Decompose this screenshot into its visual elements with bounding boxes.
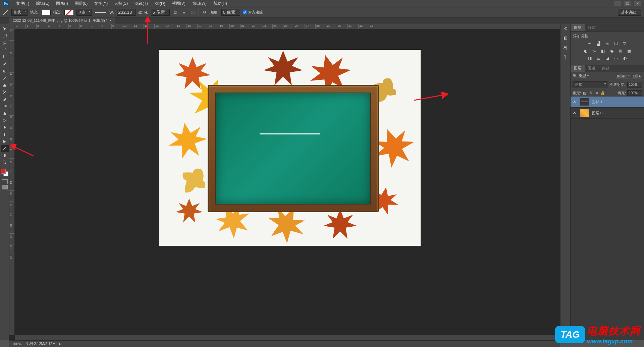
filter-shape-icon[interactable]: ▢ — [632, 74, 637, 78]
tab-paths[interactable]: 路径 — [599, 65, 613, 72]
color-swatches[interactable] — [1, 169, 9, 177]
tab-layers[interactable]: 图层 — [571, 65, 585, 72]
layer-item-shape1[interactable]: 👁 形状 1 — [571, 97, 644, 108]
tab-adjustments[interactable]: 调整 — [571, 24, 585, 31]
menu-layer[interactable]: 图层(L) — [71, 1, 91, 6]
close-button[interactable]: ✕ — [634, 1, 641, 6]
color-lookup-icon[interactable]: ▦ — [626, 48, 633, 54]
menu-image[interactable]: 图像(I) — [53, 1, 71, 6]
document-canvas[interactable] — [159, 50, 421, 246]
filter-adjust-icon[interactable]: ◐ — [621, 74, 626, 78]
layer-item-layer0[interactable]: 👁 图层 0 — [571, 108, 644, 119]
menu-edit[interactable]: 编辑(E) — [33, 1, 53, 6]
width-input[interactable] — [117, 9, 136, 16]
channel-mixer-icon[interactable]: ⊞ — [617, 48, 624, 54]
filter-pixel-icon[interactable]: ▧ — [616, 74, 621, 78]
lock-transparency-icon[interactable]: ▨ — [582, 91, 587, 96]
pen-tool[interactable] — [1, 124, 9, 131]
eyedropper-tool[interactable] — [1, 61, 9, 67]
curves-icon[interactable]: ∿ — [604, 41, 611, 47]
arrange-icon[interactable]: ⬚ — [190, 9, 196, 15]
lasso-tool[interactable] — [1, 40, 9, 46]
gradient-map-icon[interactable]: ▭ — [613, 55, 620, 61]
align-icon[interactable]: ≡ — [181, 9, 187, 15]
canvas-viewport[interactable] — [15, 30, 565, 334]
stroke-style-icon[interactable] — [95, 10, 107, 15]
menu-3d[interactable]: 3D(D) — [151, 1, 169, 6]
link-wh-icon[interactable]: ⛓ — [138, 10, 142, 14]
ruler-origin[interactable] — [9, 24, 15, 30]
drawn-shape-line[interactable] — [260, 133, 320, 134]
path-select-tool[interactable] — [1, 138, 9, 145]
healing-tool[interactable] — [1, 68, 9, 74]
menu-filter[interactable]: 滤镜(T) — [131, 1, 151, 6]
color-balance-icon[interactable]: ⚖ — [591, 48, 598, 54]
paragraph-panel-icon[interactable]: ¶ — [562, 54, 569, 60]
invert-icon[interactable]: ◨ — [587, 55, 593, 61]
lock-pixels-icon[interactable]: ✎ — [588, 91, 593, 96]
stroke-width-select[interactable]: 3 点 — [76, 9, 92, 16]
path-ops-icon[interactable]: ◻ — [172, 9, 178, 15]
layer-name[interactable]: 形状 1 — [592, 100, 602, 105]
horizontal-ruler[interactable]: 0123456789101112131415161718192021222324… — [15, 24, 565, 30]
menu-select[interactable]: 选择(S) — [111, 1, 131, 6]
height-input[interactable] — [151, 9, 170, 16]
move-tool[interactable] — [1, 25, 9, 32]
document-tab[interactable]: 2022-12-08_111449_副本.png @ 100% (形状 1, R… — [9, 17, 115, 24]
filter-smart-icon[interactable]: ◈ — [637, 74, 642, 78]
weight-input[interactable] — [221, 9, 240, 16]
layer-visibility-icon[interactable]: 👁 — [573, 100, 577, 104]
workspace-select[interactable]: 基本功能 — [618, 9, 641, 16]
align-edges-checkbox[interactable]: 对齐边缘 — [243, 10, 263, 15]
brush-tool[interactable] — [1, 75, 9, 81]
eraser-tool[interactable] — [1, 96, 9, 103]
hand-tool[interactable] — [1, 152, 9, 159]
maximize-button[interactable]: ❐ — [624, 1, 631, 6]
menu-file[interactable]: 文件(F) — [13, 1, 33, 6]
filter-type-icon[interactable]: T — [627, 74, 631, 78]
tab-channels[interactable]: 通道 — [585, 65, 599, 72]
layer-visibility-icon[interactable]: 👁 — [573, 111, 577, 115]
menu-type[interactable]: 文字(Y) — [91, 1, 111, 6]
selective-color-icon[interactable]: ◐ — [622, 55, 628, 61]
menu-help[interactable]: 帮助(H) — [210, 1, 230, 6]
exposure-icon[interactable]: ☐ — [613, 41, 620, 47]
menu-window[interactable]: 窗口(W) — [189, 1, 210, 6]
dodge-tool[interactable] — [1, 117, 9, 124]
posterize-icon[interactable]: ▤ — [595, 55, 602, 61]
screen-mode-icon[interactable] — [2, 185, 8, 189]
history-panel-icon[interactable]: ⟲ — [562, 25, 569, 32]
marquee-tool[interactable] — [1, 33, 9, 39]
character-panel-icon[interactable]: A| — [562, 44, 569, 50]
gradient-tool[interactable] — [1, 103, 9, 110]
hue-icon[interactable]: ◐ — [582, 48, 589, 54]
type-tool[interactable]: T — [1, 131, 9, 138]
zoom-tool[interactable] — [1, 159, 9, 166]
brightness-icon[interactable]: ☀ — [587, 41, 593, 47]
history-brush-tool[interactable] — [1, 89, 9, 96]
bw-icon[interactable]: ◧ — [600, 48, 606, 54]
minimize-button[interactable]: — — [614, 1, 621, 6]
line-tool[interactable] — [1, 145, 9, 152]
blur-tool[interactable] — [1, 110, 9, 117]
magic-wand-tool[interactable] — [1, 47, 9, 53]
tab-close-icon[interactable]: × — [109, 19, 111, 22]
filter-kind-icon[interactable]: 🔍 — [573, 74, 577, 78]
quick-mask-icon[interactable] — [2, 179, 8, 184]
fill-swatch[interactable] — [41, 10, 51, 15]
layer-thumbnail[interactable] — [580, 98, 589, 106]
layer-thumbnail[interactable] — [580, 109, 589, 117]
vertical-ruler[interactable]: 0123456789101112131415161718192021 — [9, 30, 15, 335]
zoom-level[interactable]: 100% — [12, 342, 21, 346]
threshold-icon[interactable]: ◪ — [604, 55, 611, 61]
opacity-input[interactable] — [627, 82, 642, 88]
vibrance-icon[interactable]: ▽ — [622, 41, 628, 47]
horizontal-scrollbar[interactable] — [15, 335, 565, 340]
lock-position-icon[interactable]: ✥ — [594, 91, 599, 96]
menu-view[interactable]: 视图(V) — [169, 1, 189, 6]
tool-mode-select[interactable]: 形状 — [11, 9, 28, 16]
levels-icon[interactable]: ▟ — [595, 41, 602, 47]
gear-icon[interactable]: ⚙ — [202, 9, 208, 15]
lock-all-icon[interactable]: 🔒 — [600, 91, 605, 96]
fill-opacity-input[interactable] — [627, 90, 642, 96]
